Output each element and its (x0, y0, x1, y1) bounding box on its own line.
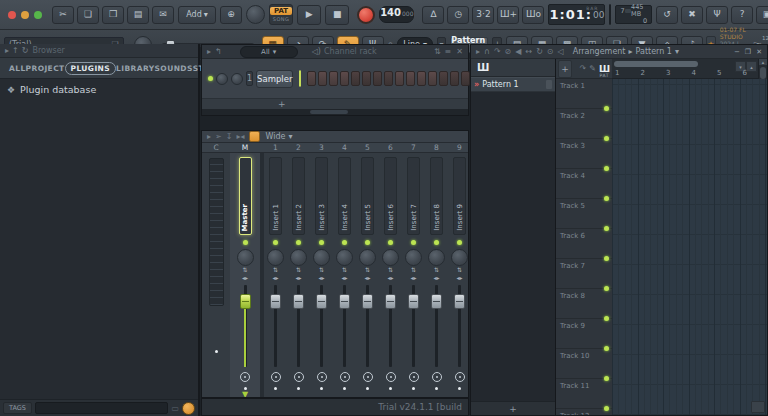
add-track-button[interactable]: + (558, 60, 572, 78)
fader-handle[interactable] (339, 294, 350, 309)
arm-record-button[interactable] (271, 372, 281, 382)
strip-enable-led[interactable] (296, 240, 301, 245)
track-led[interactable] (604, 316, 609, 321)
fader-handle[interactable] (270, 294, 281, 309)
timeline-ruler[interactable]: ▾ ▴ 123456 (612, 59, 758, 79)
dock-down-icon[interactable]: ↧ (226, 133, 233, 141)
search-icon[interactable] (182, 402, 195, 415)
pattern-item-pattern-1[interactable]: »Pattern 1 (471, 77, 555, 92)
stereo-sep-arrows[interactable]: ⇅ (273, 266, 278, 274)
copy-icon[interactable]: ❏ (77, 6, 99, 24)
recording-mic-icon[interactable]: Ψ (706, 6, 728, 24)
step-cell-4[interactable] (340, 71, 349, 86)
strip-name-slot[interactable]: Master (239, 157, 252, 235)
mixer-column-2[interactable]: 2 (287, 143, 310, 152)
play-marker-icon[interactable]: ◁ (558, 48, 564, 56)
hint-bubble-icon[interactable]: ✉ (152, 6, 174, 24)
arm-record-button[interactable] (432, 372, 442, 382)
mixer-strip-insert-3[interactable]: Insert 3⇅◂▸ (310, 153, 333, 398)
cut-icon[interactable]: ✂ (52, 6, 74, 24)
channel-number[interactable]: 1 (246, 71, 253, 86)
stretch-tool-icon[interactable]: ↔ (525, 48, 532, 56)
strip-pan-knob[interactable] (336, 249, 353, 266)
pan-arrows[interactable]: ◂▸ (387, 274, 393, 282)
route-icon[interactable]: ➢ (215, 133, 222, 141)
vertical-scrollbar-handle[interactable] (760, 67, 766, 79)
rack-back-icon[interactable]: ↰ (215, 48, 222, 56)
minimize-icon[interactable]: − (734, 48, 740, 56)
loop-tool-icon[interactable]: ↻ (536, 48, 543, 56)
mixer-column-9[interactable]: 9 (448, 143, 469, 152)
mixer-column-6[interactable]: 6 (379, 143, 402, 152)
strip-enable-led[interactable] (457, 240, 462, 245)
step-cell-9[interactable] (395, 71, 404, 86)
strip-pan-knob[interactable] (313, 249, 330, 266)
volume-fader[interactable] (379, 285, 402, 367)
volume-fader[interactable] (287, 285, 310, 367)
track-header-2[interactable]: Track 2 (556, 109, 612, 139)
close-icon[interactable]: ✕ (756, 48, 762, 56)
center-playhead-icon[interactable]: ⊕ (220, 6, 242, 24)
stereo-sep-arrows[interactable]: ⇅ (296, 266, 301, 274)
stereo-sep-arrows[interactable]: ⇅ (365, 266, 370, 274)
arm-record-button[interactable] (294, 372, 304, 382)
step-cell-12[interactable] (428, 71, 437, 86)
breadcrumb-arrangement[interactable]: Arrangement (573, 47, 626, 56)
strip-enable-led[interactable] (411, 240, 416, 245)
stereo-sep-arrows[interactable]: ⇅ (457, 266, 462, 274)
browser-tab-plugins[interactable]: PLUGINS (65, 62, 117, 75)
shrink-icon[interactable]: ▸◂ (236, 133, 244, 141)
step-cell-5[interactable] (351, 71, 360, 86)
score-log-icon[interactable]: ▤ (127, 6, 149, 24)
close-icon[interactable]: ✕ (456, 48, 463, 56)
mixer-strip-insert-1[interactable]: Insert 1⇅◂▸ (264, 153, 287, 398)
fader-handle[interactable] (454, 294, 465, 309)
track-led[interactable] (604, 226, 609, 231)
scroll-up-icon[interactable]: ▴ (759, 59, 767, 65)
save-icon[interactable]: ▣ (756, 6, 768, 24)
volume-fader[interactable] (264, 285, 287, 367)
mixer-menu-arrow-icon[interactable]: ▸ (207, 133, 211, 141)
pan-arrows[interactable]: ◂▸ (364, 274, 370, 282)
volume-fader[interactable] (425, 285, 448, 367)
browser-item-plugin-database[interactable]: ❖ Plugin database (7, 84, 198, 95)
rack-menu-arrow-icon[interactable]: ▸ (207, 48, 211, 56)
rack-options-icon[interactable]: ≡ (445, 48, 452, 56)
step-cell-6[interactable] (362, 71, 371, 86)
mixer-column-m[interactable]: M (230, 143, 260, 152)
mixer-column-4[interactable]: 4 (333, 143, 356, 152)
fader-handle[interactable] (408, 294, 419, 309)
step-cell-1[interactable] (307, 71, 316, 86)
step-cell-14[interactable] (450, 71, 459, 86)
strip-pan-knob[interactable] (405, 249, 422, 266)
pan-arrows[interactable]: ◂▸ (295, 274, 301, 282)
pan-arrows[interactable]: ◂▸ (456, 274, 462, 282)
maximize-icon[interactable]: ❐ (745, 48, 751, 56)
step-cell-11[interactable] (417, 71, 426, 86)
mixer-strip-insert-9[interactable]: Insert 9⇅◂▸ (448, 153, 469, 398)
overdub-icon[interactable]: Шo (522, 6, 544, 24)
strip-pan-knob[interactable] (290, 249, 307, 266)
pan-arrows[interactable]: ◂▸ (272, 274, 278, 282)
ruler-zoom-scrollbar[interactable] (614, 61, 698, 67)
pan-arrows[interactable]: ◂▸ (318, 274, 324, 282)
strip-enable-led[interactable] (388, 240, 393, 245)
step-cell-13[interactable] (439, 71, 448, 86)
arm-record-button[interactable] (363, 372, 373, 382)
close-window-icon[interactable] (8, 11, 16, 19)
playlist-vertical-scrollbar[interactable]: ▴ (758, 59, 767, 79)
channel-volume-knob[interactable] (231, 73, 243, 85)
fader-handle[interactable] (240, 294, 251, 309)
playlist-grid[interactable] (612, 79, 767, 415)
channel-pan-knob[interactable] (216, 73, 228, 85)
countdown-icon[interactable]: 3·2 (472, 6, 494, 24)
strip-name-slot[interactable]: Insert 8 (430, 157, 443, 235)
mute-tool-icon[interactable]: ⊘ (505, 48, 512, 56)
mixer-column-8[interactable]: 8 (425, 143, 448, 152)
pan-arrows[interactable]: ◂▸ (410, 274, 416, 282)
channel-selector-pill[interactable] (299, 70, 301, 87)
arm-record-button[interactable] (340, 372, 350, 382)
strip-enable-led[interactable] (243, 240, 248, 245)
zoom-window-icon[interactable] (34, 11, 42, 19)
step-cell-8[interactable] (384, 71, 393, 86)
